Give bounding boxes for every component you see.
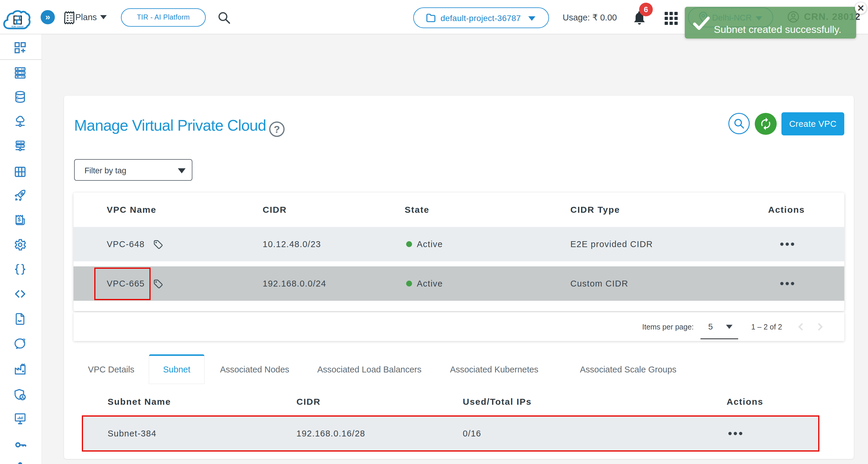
svg-text:$: $ — [18, 217, 21, 223]
svg-text:?: ? — [22, 337, 26, 344]
svg-text:E2E Cloud: E2E Cloud — [11, 25, 24, 28]
